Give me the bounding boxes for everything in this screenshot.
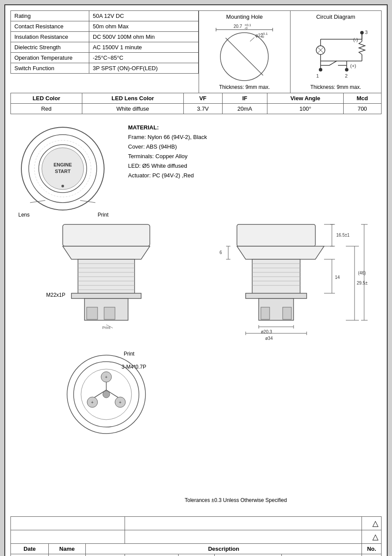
m22-label: M22x1P xyxy=(46,292,65,298)
led-header: VF xyxy=(183,93,222,104)
material-line: LED: Ø5 White diffused xyxy=(128,161,207,171)
spec-value: 3P SPST (ON)-OFF(LED) xyxy=(89,63,199,74)
svg-text:-0: -0 xyxy=(244,26,248,30)
svg-text:14: 14 xyxy=(335,275,340,280)
led-cell: 20mA xyxy=(222,104,267,114)
spec-main-table: Rating50A 12V DCContact Resistance50m oh… xyxy=(10,10,382,93)
diagrams-table: Mounting Hole 20.7 +0.1 -0 xyxy=(199,10,382,93)
svg-text:-0: -0 xyxy=(261,35,264,39)
mounting-hole-diagram: 20.7 +0.1 -0 φ22 +0.1 -0 xyxy=(203,22,286,83)
material-line: Frame: Nylon 66 (94V-2), Black xyxy=(128,132,207,142)
footer-sci-bom-value: 1110061 xyxy=(178,554,215,556)
svg-text:1: 1 xyxy=(316,73,319,78)
bottom-view-svg: + + + xyxy=(63,351,150,438)
svg-rect-72 xyxy=(261,307,270,319)
svg-rect-73 xyxy=(283,307,291,319)
svg-text:+: + xyxy=(119,400,122,405)
footer-sci-bom-label: SCI BOM No. xyxy=(125,554,179,556)
led-row: RedWhite diffuse3.7V20mA100°700 xyxy=(11,104,382,114)
svg-line-44 xyxy=(80,200,95,203)
svg-rect-61 xyxy=(237,224,315,246)
top-view-container: ENGINE START Lens Print xyxy=(10,123,115,216)
svg-text:(-): (-) xyxy=(353,37,358,42)
svg-point-41 xyxy=(61,185,64,187)
svg-marker-62 xyxy=(237,246,324,259)
material-line: Actuator: PC (94V-2) ,Red xyxy=(128,171,207,180)
material-section: ENGINE START Lens Print MATERIAL:Frame: … xyxy=(10,123,382,216)
footer-name-header: Name xyxy=(49,544,86,554)
svg-text:6: 6 xyxy=(220,250,222,255)
spec-label: Insulation Resistance xyxy=(11,32,89,42)
svg-text:ENGINE: ENGINE xyxy=(54,162,72,167)
spec-row: Rating50A 12V DC xyxy=(11,11,199,21)
footer-drawn: Drawn xyxy=(11,554,49,556)
circuit-diagram-title: Circuit Diagram xyxy=(293,14,379,20)
spec-value: -25°C~85°C xyxy=(89,53,199,63)
material-line: Terminals: Copper Alloy xyxy=(128,152,207,161)
svg-rect-58 xyxy=(104,307,115,319)
footer-no-header: No. xyxy=(362,544,382,554)
svg-text:+: + xyxy=(91,400,94,405)
spec-label: Operation Temperature xyxy=(11,53,89,63)
mounting-hole-title: Mounting Hole xyxy=(202,14,287,20)
svg-text:29.5±1: 29.5±1 xyxy=(357,281,368,285)
led-header: Mcd xyxy=(343,93,381,104)
svg-rect-55 xyxy=(71,293,141,298)
spec-row: Insulation ResistanceDC 500V 100M ohm Mi… xyxy=(11,32,199,42)
svg-text:ø34: ø34 xyxy=(265,336,273,341)
led-cell: 700 xyxy=(343,104,381,114)
svg-rect-45 xyxy=(63,224,150,246)
material-line: Cover: ABS (94HB) xyxy=(128,142,207,152)
spec-row: Operation Temperature-25°C~85°C xyxy=(11,53,199,63)
led-table: LED ColorLED Lens ColorVFIFView AngleMcd… xyxy=(10,93,382,114)
svg-line-27 xyxy=(329,61,337,65)
footer-checked: Checked xyxy=(49,554,86,556)
led-header: LED Lens Color xyxy=(82,93,183,104)
label-connectors xyxy=(10,198,115,211)
led-cell: White diffuse xyxy=(82,104,183,114)
drawing-area: Print M22x1P Print 3-M4*0.7P xyxy=(10,216,382,512)
svg-text:16.5±1: 16.5±1 xyxy=(336,233,350,237)
circuit-diagram-thickness: Thickness: 9mm max. xyxy=(293,84,379,90)
tolerance-text: Tolerances ±0.3 Unless Otherwise Specifi… xyxy=(185,497,287,503)
svg-line-11 xyxy=(250,37,254,41)
svg-line-43 xyxy=(30,200,45,203)
led-header: LED Color xyxy=(11,93,82,104)
footer-model-name-value: PUSH SWITCH xyxy=(282,554,362,556)
spec-row: Dielectric StrengthAC 1500V 1 minute xyxy=(11,42,199,53)
svg-text:(+): (+) xyxy=(350,63,356,68)
spec-value: 50A 12V DC xyxy=(89,11,199,21)
footer-model-name-label: Model Name xyxy=(215,554,282,556)
footer-approved: Approved xyxy=(85,554,125,556)
material-info: MATERIAL:Frame: Nylon 66 (94V-2), BlackC… xyxy=(128,123,207,181)
spec-label: Switch Function xyxy=(11,63,89,74)
svg-text:START: START xyxy=(55,169,71,174)
footer-table: △ △ Date Name Description No. Drawn Chec… xyxy=(10,516,382,556)
svg-text:(46): (46) xyxy=(358,271,366,275)
material-title: MATERIAL: xyxy=(128,123,207,132)
spec-row: Switch Function3P SPST (ON)-OFF(LED) xyxy=(11,63,199,74)
svg-rect-57 xyxy=(87,307,98,319)
page: Rating50A 12V DCContact Resistance50m oh… xyxy=(4,4,388,556)
svg-text:+: + xyxy=(105,375,108,380)
spec-label: Rating xyxy=(11,11,89,21)
spec-label: Contact Resistance xyxy=(11,21,89,32)
led-cell: 100° xyxy=(267,104,343,114)
spec-row: Contact Resistance50m ohm Max xyxy=(11,21,199,32)
spec-table: Rating50A 12V DCContact Resistance50m oh… xyxy=(10,10,199,74)
led-cell: 3.7V xyxy=(183,104,222,114)
spec-value: DC 500V 100M ohm Min xyxy=(89,32,199,42)
led-header: View Angle xyxy=(267,93,343,104)
svg-marker-46 xyxy=(63,246,150,259)
svg-text:2: 2 xyxy=(345,73,348,78)
svg-text:20.7: 20.7 xyxy=(234,24,243,29)
footer-description-header: Description xyxy=(85,544,362,554)
svg-line-7 xyxy=(226,38,263,75)
side-view-right-svg: 16.5±1 14 29.5±1 (46) 6 ø xyxy=(211,216,368,355)
svg-rect-70 xyxy=(246,293,307,298)
spec-label: Dielectric Strength xyxy=(11,42,89,53)
svg-text:3: 3 xyxy=(365,30,368,35)
svg-point-116 xyxy=(103,391,110,398)
circuit-diagram-svg: 3 (-) xyxy=(294,22,377,83)
led-cell: Red xyxy=(11,104,82,114)
